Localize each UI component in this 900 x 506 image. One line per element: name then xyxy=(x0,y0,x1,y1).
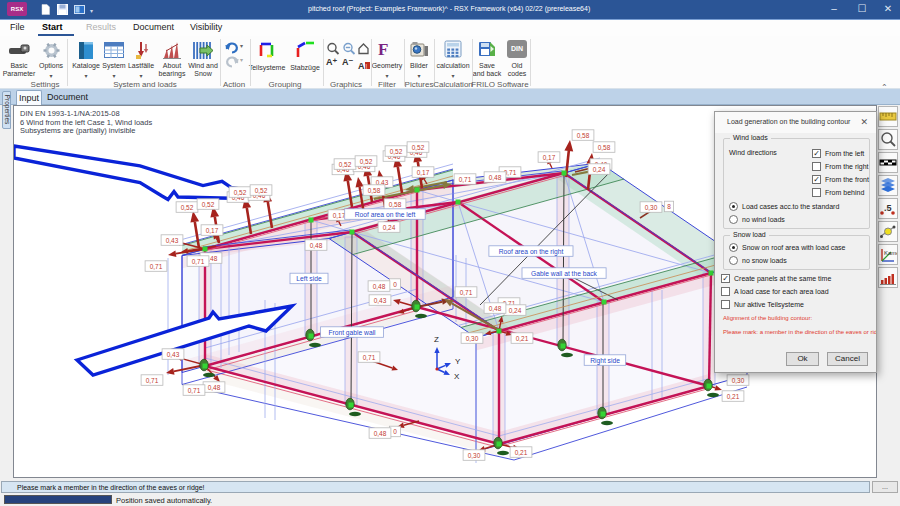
svg-text:Gable wall at the back: Gable wall at the back xyxy=(531,270,597,277)
svg-text:0,21: 0,21 xyxy=(516,335,529,342)
svg-text:0,17: 0,17 xyxy=(333,212,346,219)
svg-text:0,58: 0,58 xyxy=(389,201,402,208)
svg-text:0,71: 0,71 xyxy=(146,377,159,384)
svg-text:0,58: 0,58 xyxy=(368,187,381,194)
svg-text:0,48: 0,48 xyxy=(373,283,386,290)
svg-text:0,21: 0,21 xyxy=(515,449,528,456)
svg-text:0,71: 0,71 xyxy=(459,176,472,183)
svg-text:0,71: 0,71 xyxy=(363,354,376,361)
svg-text:0,58: 0,58 xyxy=(577,132,590,139)
svg-text:0: 0 xyxy=(393,281,397,288)
svg-text:0,71: 0,71 xyxy=(460,289,473,296)
svg-text:0,52: 0,52 xyxy=(234,189,247,196)
svg-text:Kame: Kame xyxy=(884,250,897,256)
svg-text:0,52: 0,52 xyxy=(339,161,352,168)
svg-text:X: X xyxy=(454,372,460,381)
svg-text:0,30: 0,30 xyxy=(468,452,481,459)
svg-text:0,52: 0,52 xyxy=(412,144,425,151)
svg-text:0,21: 0,21 xyxy=(727,393,740,400)
svg-text:Z: Z xyxy=(434,335,439,344)
svg-text:0,48: 0,48 xyxy=(310,242,323,249)
svg-text:0,52: 0,52 xyxy=(202,201,215,208)
svg-text:0,52: 0,52 xyxy=(255,187,268,194)
svg-text:0,17: 0,17 xyxy=(417,169,430,176)
svg-text:0,71: 0,71 xyxy=(188,387,201,394)
svg-text:0,52: 0,52 xyxy=(390,148,403,155)
svg-text:8: 8 xyxy=(667,203,671,210)
svg-text:0,30: 0,30 xyxy=(466,335,479,342)
svg-text:0,48: 0,48 xyxy=(489,305,502,312)
svg-text:Roof area on the left: Roof area on the left xyxy=(355,211,416,218)
svg-text:Subsystems are (partially) inv: Subsystems are (partially) invisible xyxy=(20,126,135,135)
svg-text:0,24: 0,24 xyxy=(593,166,606,173)
svg-text:0,43: 0,43 xyxy=(374,297,387,304)
svg-text:0,30: 0,30 xyxy=(732,377,745,384)
svg-text:0,43: 0,43 xyxy=(167,351,180,358)
svg-text:0,43: 0,43 xyxy=(166,237,179,244)
svg-text:0,48: 0,48 xyxy=(374,430,387,437)
svg-text:0,17: 0,17 xyxy=(206,227,219,234)
svg-text:0,58: 0,58 xyxy=(598,144,611,151)
svg-text:0,52: 0,52 xyxy=(181,204,194,211)
svg-text:Left side: Left side xyxy=(296,275,322,282)
svg-text:Right side: Right side xyxy=(590,357,620,365)
svg-text:0,71: 0,71 xyxy=(192,258,205,265)
svg-text:Y: Y xyxy=(455,357,461,366)
svg-text:.5: .5 xyxy=(884,203,892,213)
svg-text:Roof area on the right: Roof area on the right xyxy=(499,248,564,256)
svg-text:0,48: 0,48 xyxy=(208,384,221,391)
svg-text:0,52: 0,52 xyxy=(360,158,373,165)
svg-text:Front gable wall: Front gable wall xyxy=(328,329,376,337)
svg-text:0,71: 0,71 xyxy=(150,263,163,270)
svg-text:0,48: 0,48 xyxy=(489,174,502,181)
svg-text:0,24: 0,24 xyxy=(383,224,396,231)
svg-text:A: A xyxy=(358,61,365,71)
svg-text:0,17: 0,17 xyxy=(543,154,556,161)
svg-text:0,24: 0,24 xyxy=(509,307,522,314)
svg-text:0,30: 0,30 xyxy=(645,204,658,211)
svg-text:0: 0 xyxy=(393,428,397,435)
